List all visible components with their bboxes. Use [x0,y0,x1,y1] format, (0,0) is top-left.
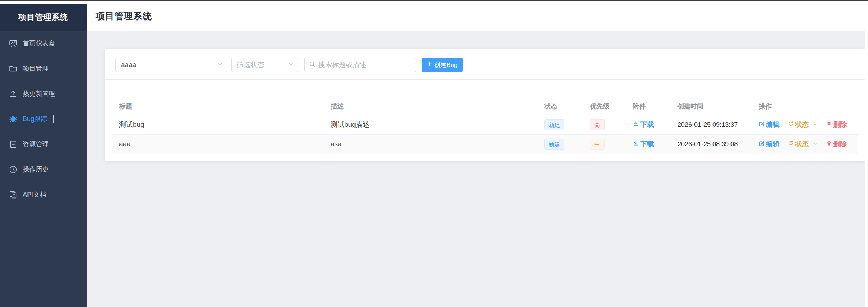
bug-list-card: aaaa 筛选状态 [105,49,865,161]
trash-icon [826,140,832,148]
edit-icon [759,140,764,148]
sidebar-item-label: 资源管理 [23,140,49,148]
sidebar-item-label: 操作历史 [23,165,49,174]
sidebar-item-bug-tracking[interactable]: Bug跟踪 [0,106,87,132]
search-input[interactable] [318,61,411,69]
actions-cell: 编辑 状态 删除 [751,115,858,134]
edit-icon [759,121,764,129]
sidebar-item-label: 项目管理 [23,64,49,73]
sidebar-item-hot-update[interactable]: 热更新管理 [0,81,87,106]
document-icon [8,139,18,149]
created-time-cell: 2026-01-25 08:39:08 [670,134,751,154]
folder-icon [8,64,18,73]
delete-button[interactable]: 删除 [826,139,847,149]
download-link[interactable]: 下载 [633,139,654,149]
chevron-down-icon [813,121,817,129]
refresh-icon [788,121,794,129]
status-filter-select[interactable]: 筛选状态 [231,58,298,72]
bug-description-cell: asa [323,134,537,154]
create-bug-button[interactable]: 创建Bug [422,58,463,72]
priority-badge: 中 [590,139,605,150]
table-row: aaa asa 新建 中 下载 2026-01-25 08:39:08 编辑 [112,134,858,154]
search-icon [309,61,315,69]
bug-title-cell: 测试bug [112,115,323,134]
sidebar-item-history[interactable]: 操作历史 [0,157,87,182]
sidebar-item-resources[interactable]: 资源管理 [0,132,87,157]
column-header-priority: 优先级 [583,98,625,115]
download-icon [633,121,639,129]
bug-table: 标题 描述 状态 优先级 附件 创建时间 操作 测试bug 测试bug描述 新建… [112,98,858,154]
history-icon [8,165,18,174]
status-badge: 新建 [544,139,564,150]
page-title: 项目管理系统 [96,10,152,22]
created-time-cell: 2026-01-25 09:13:37 [670,115,751,134]
status-badge: 新建 [544,119,564,130]
column-header-status: 状态 [537,98,583,115]
sidebar: 项目管理系统 首页仪表盘 项目管理 [0,4,87,307]
table-row: 测试bug 测试bug描述 新建 高 下载 2026-01-25 09:13:3… [112,115,858,134]
plus-icon [427,61,432,68]
sidebar-app-title: 项目管理系统 [0,4,87,31]
main-header: 项目管理系统 [87,1,868,31]
column-header-description: 描述 [323,98,537,115]
bug-table-wrap: 标题 描述 状态 优先级 附件 创建时间 操作 测试bug 测试bug描述 新建… [105,80,865,161]
scrollbar-gutter [865,1,868,307]
sidebar-item-label: API文档 [23,190,46,199]
bug-title-cell: aaa [112,134,323,154]
column-header-actions: 操作 [751,98,858,115]
main-area: 项目管理系统 aaaa 筛选状态 [87,1,868,307]
project-select[interactable]: aaaa [115,58,227,72]
edit-button[interactable]: 编辑 [759,139,780,149]
status-button[interactable]: 状态 [788,139,817,149]
chevron-down-icon [217,61,223,69]
sidebar-item-api-docs[interactable]: API文档 [0,182,87,207]
sidebar-item-dashboard[interactable]: 首页仪表盘 [0,31,87,56]
priority-badge: 高 [590,119,605,130]
chevron-down-icon [813,140,817,148]
sidebar-menu: 首页仪表盘 项目管理 热更新管理 [0,31,87,207]
download-icon [633,140,639,148]
column-header-title: 标题 [112,98,323,115]
actions-cell: 编辑 状态 删除 [751,134,858,154]
window-top-border [0,0,868,1]
project-select-value: aaaa [121,61,136,69]
search-box [304,58,416,72]
status-select-placeholder: 筛选状态 [237,60,264,70]
sidebar-item-label: Bug跟踪 [23,115,47,123]
trash-icon [826,121,832,129]
edit-button[interactable]: 编辑 [759,120,780,129]
filter-toolbar: aaaa 筛选状态 [105,49,865,79]
delete-button[interactable]: 删除 [826,120,847,129]
sidebar-item-label: 首页仪表盘 [23,39,55,48]
table-header-row: 标题 描述 状态 优先级 附件 创建时间 操作 [112,98,858,115]
sidebar-item-label: 热更新管理 [23,89,55,98]
text-cursor [53,115,54,123]
download-link[interactable]: 下载 [633,120,654,129]
column-header-attachment: 附件 [625,98,670,115]
bug-icon [8,114,18,124]
status-button[interactable]: 状态 [788,120,817,129]
dashboard-icon [8,39,18,48]
api-docs-icon [8,190,18,199]
column-header-created-at: 创建时间 [670,98,751,115]
upload-icon [8,89,18,98]
sidebar-item-projects[interactable]: 项目管理 [0,56,87,81]
content-area: aaaa 筛选状态 [87,31,868,307]
chevron-down-icon [288,61,294,69]
bug-description-cell: 测试bug描述 [323,115,537,134]
refresh-icon [788,140,794,148]
